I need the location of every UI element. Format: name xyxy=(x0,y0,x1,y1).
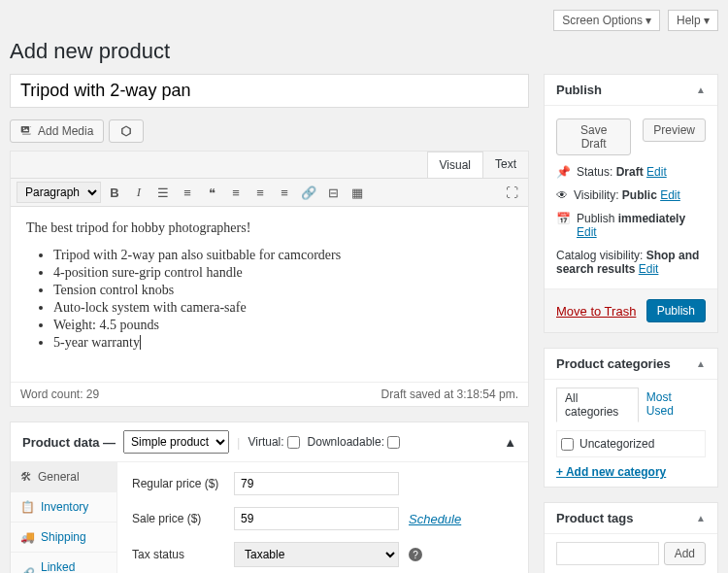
virtual-label: Virtual: xyxy=(248,435,299,449)
help-icon[interactable]: ? xyxy=(409,548,422,561)
regular-price-label: Regular price ($) xyxy=(132,477,224,490)
add-category-link[interactable]: + Add new category xyxy=(556,465,666,479)
edit-publish-date-link[interactable]: Edit xyxy=(577,225,597,239)
virtual-checkbox[interactable] xyxy=(287,436,300,449)
edit-visibility-link[interactable]: Edit xyxy=(660,188,680,202)
saved-status: Draft saved at 3:18:54 pm. xyxy=(381,388,518,401)
sale-price-input[interactable] xyxy=(234,507,399,530)
tab-most-used[interactable]: Most Used xyxy=(639,388,706,422)
pd-tab-linked[interactable]: 🔗Linked Products xyxy=(11,553,116,573)
media-icon xyxy=(20,124,34,138)
schedule-link[interactable]: Schedule xyxy=(409,512,461,526)
screen-options-button[interactable]: Screen Options ▾ xyxy=(553,10,660,31)
eye-icon: 👁 xyxy=(556,188,568,202)
bullet-list-icon[interactable]: ☰ xyxy=(152,182,174,203)
block-toggle-button[interactable] xyxy=(109,119,144,143)
word-count: 29 xyxy=(86,388,99,401)
numbered-list-icon[interactable]: ≡ xyxy=(177,182,198,203)
toggle-icon[interactable]: ▲ xyxy=(696,84,706,95)
page-title: Add new product xyxy=(10,39,718,64)
regular-price-input[interactable] xyxy=(234,472,399,495)
pin-icon: 📌 xyxy=(556,165,571,179)
truck-icon: 🚚 xyxy=(20,530,35,544)
fullscreen-icon[interactable]: ⛶ xyxy=(501,182,522,203)
quote-icon[interactable]: ❝ xyxy=(201,182,222,203)
editor-toolbar: Paragraph B I ☰ ≡ ❝ ≡ ≡ ≡ 🔗 ⊟ ▦ ⛶ xyxy=(11,178,528,207)
tab-all-categories[interactable]: All categories xyxy=(556,388,639,422)
align-left-icon[interactable]: ≡ xyxy=(225,182,247,203)
toggle-icon[interactable]: ▲ xyxy=(504,435,516,450)
tab-text[interactable]: Text xyxy=(483,152,528,178)
toolbar-toggle-icon[interactable]: ▦ xyxy=(347,182,368,203)
product-type-select[interactable]: Simple product xyxy=(123,430,229,454)
tab-visual[interactable]: Visual xyxy=(427,152,483,178)
product-data-title: Product data — xyxy=(22,435,116,450)
cube-icon xyxy=(119,124,133,138)
editor-box: Visual Text Paragraph B I ☰ ≡ ❝ ≡ ≡ ≡ 🔗 … xyxy=(10,151,529,407)
move-to-trash-link[interactable]: Move to Trash xyxy=(556,304,636,319)
edit-status-link[interactable]: Edit xyxy=(646,165,667,179)
uncategorized-checkbox[interactable] xyxy=(561,438,574,451)
italic-icon[interactable]: I xyxy=(128,182,149,203)
more-icon[interactable]: ⊟ xyxy=(322,182,344,203)
tags-input[interactable] xyxy=(556,542,659,565)
save-draft-button[interactable]: Save Draft xyxy=(556,118,631,155)
clipboard-icon: 📋 xyxy=(20,500,35,514)
pd-tab-inventory[interactable]: 📋Inventory xyxy=(11,492,116,522)
help-button[interactable]: Help ▾ xyxy=(668,10,718,31)
tax-status-select[interactable]: Taxable xyxy=(234,542,399,567)
link-icon[interactable]: 🔗 xyxy=(298,182,319,203)
bold-icon[interactable]: B xyxy=(104,182,125,203)
downloadable-label: Downloadable: xyxy=(308,435,400,449)
align-center-icon[interactable]: ≡ xyxy=(249,182,271,203)
editor-content[interactable]: The best tripod for hobby photographers!… xyxy=(11,207,528,382)
align-right-icon[interactable]: ≡ xyxy=(274,182,295,203)
add-media-button[interactable]: Add Media xyxy=(10,119,104,143)
categories-title: Product categories xyxy=(556,356,671,371)
pd-tab-shipping[interactable]: 🚚Shipping xyxy=(11,522,116,553)
preview-button[interactable]: Preview xyxy=(643,118,706,142)
pd-tab-general[interactable]: 🛠General xyxy=(11,462,116,492)
sale-price-label: Sale price ($) xyxy=(132,512,224,525)
link-icon: 🔗 xyxy=(20,567,35,573)
add-tag-button[interactable]: Add xyxy=(664,542,706,565)
publish-button[interactable]: Publish xyxy=(646,299,706,322)
calendar-icon: 📅 xyxy=(556,212,571,225)
toggle-icon[interactable]: ▲ xyxy=(696,358,706,369)
wrench-icon: 🛠 xyxy=(20,470,32,484)
publish-title: Publish xyxy=(556,83,602,97)
tags-title: Product tags xyxy=(556,511,633,525)
toggle-icon[interactable]: ▲ xyxy=(696,513,706,523)
product-title-input[interactable] xyxy=(10,74,529,108)
edit-catalog-link[interactable]: Edit xyxy=(639,262,659,276)
downloadable-checkbox[interactable] xyxy=(387,436,400,449)
word-count-label: Word count: xyxy=(20,388,86,401)
tax-status-label: Tax status xyxy=(132,548,224,561)
format-select[interactable]: Paragraph xyxy=(17,182,101,203)
